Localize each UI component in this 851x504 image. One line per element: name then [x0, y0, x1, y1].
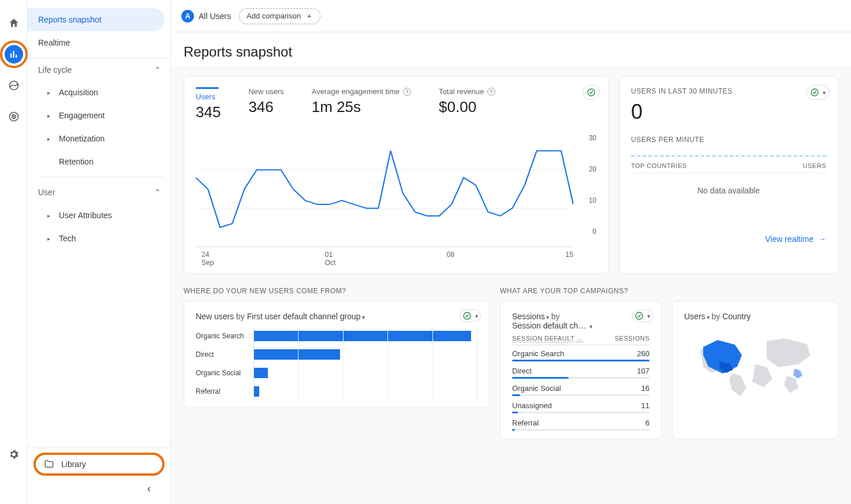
y-tick: 20 [589, 165, 596, 173]
metric-name: New users [196, 312, 234, 321]
segment-letter-icon: A [181, 10, 194, 23]
sidebar-group-label: User [38, 188, 55, 197]
help-icon[interactable]: ? [403, 88, 411, 96]
session-value: 11 [641, 401, 650, 410]
collapse-sidebar-button[interactable]: ‹ [33, 483, 165, 495]
sidebar-item-realtime[interactable]: Realtime [28, 31, 170, 54]
bar-row[interactable]: Direct [196, 345, 477, 364]
metric-label: Users [196, 92, 221, 101]
caret-right-icon: ▸ [47, 89, 53, 96]
session-row[interactable]: Direct107 [512, 363, 650, 379]
report-sidebar: Reports snapshot Realtime Life cycle ⌃ ▸… [28, 0, 171, 504]
metric-value: 345 [196, 103, 221, 121]
bar-label: Referral [196, 387, 253, 395]
svg-point-7 [811, 89, 818, 96]
chevron-up-icon: ⌃ [154, 188, 161, 197]
bar-row[interactable]: Organic Social [196, 364, 477, 382]
chart-y-axis: 3020100 [579, 132, 596, 247]
bar [254, 349, 340, 360]
session-row[interactable]: Unassigned11 [512, 397, 650, 413]
sidebar-group-life-cycle[interactable]: Life cycle ⌃ [28, 58, 170, 81]
chevron-left-icon: ‹ [147, 483, 151, 495]
segment-all-users[interactable]: A All Users [181, 10, 231, 23]
session-row[interactable]: Organic Search260 [512, 345, 650, 361]
main-content: A All Users Add comparison ＋ Reports sna… [171, 0, 851, 504]
session-label: Unassigned [512, 401, 552, 410]
sidebar-item-retention[interactable]: ▸Retention [28, 150, 170, 173]
metric-users[interactable]: Users345 [196, 87, 221, 121]
metric-average-engagement-time[interactable]: Average engagement time ?1m 25s [312, 87, 411, 116]
reports-icon[interactable] [5, 45, 23, 64]
sparkline-placeholder [631, 155, 826, 156]
y-tick: 0 [592, 227, 596, 236]
metric-total-revenue[interactable]: Total revenue ?$0.00 [439, 87, 495, 116]
bar-label: Organic Social [196, 369, 253, 377]
y-tick: 10 [589, 196, 596, 204]
add-comparison-button[interactable]: Add comparison ＋ [239, 8, 320, 24]
realtime-card: ▾ USERS IN LAST 30 MINUTES 0 USERS PER M… [619, 76, 838, 274]
bar-row[interactable]: Referral [196, 382, 477, 401]
sidebar-item-user-attributes[interactable]: ▸User Attributes [28, 204, 170, 227]
metric-label: New users [248, 87, 283, 96]
help-icon[interactable]: ? [487, 88, 495, 96]
advertising-icon[interactable] [5, 107, 23, 126]
card-status-button[interactable]: ▾ [632, 309, 653, 322]
sessions-title[interactable]: Sessions▾ by Session default ch… ▾ [512, 312, 650, 330]
page-title: Reports snapshot [171, 32, 851, 66]
by-label: by [710, 312, 723, 321]
chart-x-axis: 24Sep01Oct0815 [196, 247, 596, 267]
sidebar-label: Engagement [59, 111, 104, 120]
bar [254, 368, 268, 378]
users-trend-chart[interactable] [196, 132, 573, 247]
session-row[interactable]: Organic Social16 [512, 380, 650, 396]
new-users-title[interactable]: New users by First user default channel … [196, 312, 477, 321]
sidebar-item-monetization[interactable]: ▸Monetization [28, 127, 170, 150]
sidebar-group-user[interactable]: User ⌃ [28, 181, 170, 204]
new-users-bar-chart[interactable]: Organic SearchDirectOrganic SocialReferr… [196, 321, 477, 401]
world-map-icon [684, 333, 826, 402]
folder-icon [44, 459, 54, 469]
svg-point-9 [636, 312, 643, 319]
session-label: Organic Search [512, 349, 564, 358]
section-campaigns-q: WHAT ARE YOUR TOP CAMPAIGNS? [500, 287, 838, 295]
sidebar-label: Tech [59, 234, 76, 243]
session-value: 107 [637, 367, 650, 375]
library-button[interactable]: Library [33, 453, 165, 476]
segment-label: All Users [199, 12, 231, 21]
x-tick: 15 [566, 251, 573, 267]
country-title[interactable]: Users▾ by Country [684, 312, 826, 321]
chevron-down-icon: ▾ [823, 89, 826, 96]
bar-row[interactable]: Organic Search [196, 327, 477, 345]
top-countries-label: TOP COUNTRIES [631, 162, 687, 169]
card-status-button[interactable]: ▾ [806, 85, 830, 100]
dimension-name: Session default ch… [512, 321, 586, 330]
session-value: 260 [637, 349, 650, 358]
session-row[interactable]: Referral6 [512, 415, 650, 431]
settings-icon[interactable] [5, 445, 23, 464]
explore-icon[interactable] [5, 76, 23, 95]
sidebar-label: User Attributes [59, 211, 112, 220]
metric-name: Users [684, 312, 706, 321]
sidebar-label: Realtime [38, 38, 70, 47]
dimension-name: First user default channel group [247, 312, 361, 321]
chevron-up-icon: ⌃ [154, 65, 161, 74]
check-circle-icon [462, 311, 472, 320]
sessions-col-dim: SESSION DEFAULT … [512, 335, 583, 342]
view-realtime-label: View realtime [765, 234, 813, 244]
chevron-down-icon: ▾ [647, 313, 650, 319]
sidebar-item-acquisition[interactable]: ▸Acquisition [28, 81, 170, 104]
sidebar-item-engagement[interactable]: ▸Engagement [28, 104, 170, 127]
card-status-button[interactable]: ▾ [460, 309, 481, 322]
sessions-card: ▾ Sessions▾ by Session default ch… ▾ SES… [500, 301, 662, 439]
home-icon[interactable] [5, 14, 23, 32]
icon-rail [0, 0, 28, 504]
sidebar-label: Acquisition [59, 88, 98, 97]
view-realtime-link[interactable]: View realtime → [631, 230, 826, 244]
x-tick: 01Oct [325, 251, 336, 267]
sidebar-item-reports-snapshot[interactable]: Reports snapshot [28, 8, 165, 31]
library-label: Library [61, 460, 86, 469]
card-status-button[interactable] [583, 85, 600, 100]
metric-new-users[interactable]: New users346 [248, 87, 283, 116]
no-data-label: No data available [631, 173, 826, 230]
sidebar-item-tech[interactable]: ▸Tech [28, 227, 170, 250]
